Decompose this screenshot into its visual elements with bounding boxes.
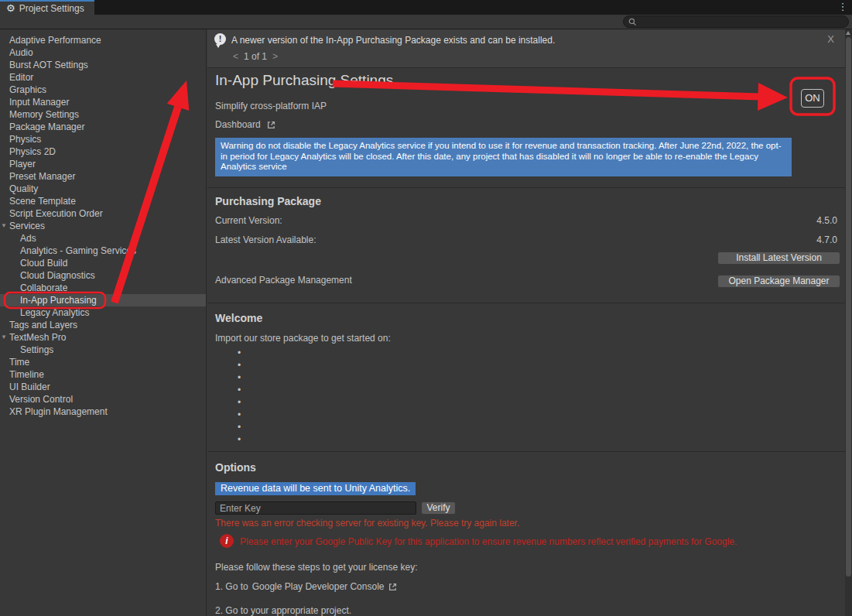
google-public-key-message: Please enter your Google Public Key for …: [240, 536, 828, 547]
sidebar-item-label: Physics 2D: [9, 146, 56, 157]
sidebar-item[interactable]: ▼ Memory Settings: [0, 108, 206, 121]
sidebar-item-label: Timeline: [9, 369, 44, 380]
sidebar-item[interactable]: ▼ Graphics: [0, 84, 206, 96]
sidebar-item[interactable]: ▼ Settings: [0, 344, 206, 356]
sidebar-item[interactable]: ▼ Audio: [0, 46, 206, 59]
sidebar-item-label: Quality: [9, 183, 38, 194]
sidebar-item-label: Editor: [9, 72, 33, 83]
close-icon[interactable]: X: [827, 33, 834, 45]
scrollbar-thumb[interactable]: [846, 37, 851, 577]
sidebar-item-label: Analytics - Gaming Services: [20, 245, 136, 256]
sidebar-item[interactable]: ▼ Player: [0, 158, 206, 170]
sidebar-item-label: In-App Purchasing: [20, 295, 97, 306]
foldout-chevron-icon[interactable]: ▼: [1, 331, 9, 344]
search-input[interactable]: [640, 17, 843, 26]
advanced-package-management-label: Advanced Package Management: [215, 275, 352, 286]
sidebar-item[interactable]: ▼ Input Manager: [0, 96, 206, 108]
sidebar-item[interactable]: ▼ Cloud Build: [0, 257, 206, 269]
sidebar-item-label: Tags and Layers: [9, 320, 77, 330]
sidebar-item-label: Input Manager: [9, 97, 69, 108]
store-list-item: [238, 421, 245, 433]
sidebar-item-label: XR Plugin Management: [9, 406, 108, 417]
dashboard-link[interactable]: Dashboard: [215, 119, 276, 130]
notification-message: A newer version of the In-App Purchasing…: [231, 35, 555, 46]
store-list: [238, 347, 245, 446]
sidebar-item[interactable]: ▼ Services: [0, 220, 206, 232]
sidebar-item[interactable]: ▼ Physics 2D: [0, 145, 206, 158]
sidebar-item-label: Player: [9, 159, 36, 169]
sidebar-item[interactable]: ▼ Ads: [0, 232, 206, 245]
scroll-up-arrow-icon[interactable]: [846, 31, 850, 35]
sidebar-item-label: Audio: [9, 47, 33, 58]
sidebar-item[interactable]: ▼ Adaptive Performance: [0, 34, 206, 46]
sidebar-item[interactable]: ▼ Analytics - Gaming Services: [0, 245, 206, 257]
tab-project-settings[interactable]: ⚙ Project Settings: [0, 0, 94, 15]
step1-prefix: 1. Go to: [215, 581, 248, 592]
foldout-chevron-icon[interactable]: ▼: [1, 220, 9, 232]
sidebar-item[interactable]: ▼ Preset Manager: [0, 170, 206, 183]
welcome-heading: Welcome: [215, 312, 262, 324]
sidebar-item[interactable]: ▼ Burst AOT Settings: [0, 59, 206, 71]
google-play-console-link[interactable]: Google Play Developer Console: [252, 581, 385, 592]
toolbar: [0, 15, 852, 29]
sidebar-item-label: UI Builder: [9, 382, 50, 392]
store-list-item: [238, 359, 245, 371]
sidebar-item[interactable]: ▼ Time: [0, 356, 206, 368]
sidebar-item-label: Cloud Build: [20, 258, 67, 269]
current-version-value: 4.5.0: [816, 215, 837, 226]
google-key-input[interactable]: [215, 501, 416, 515]
sidebar-item[interactable]: ▼ Cloud Diagnostics: [0, 269, 206, 282]
pager-next-icon[interactable]: >: [272, 51, 278, 62]
sidebar-item[interactable]: ▼ XR Plugin Management: [0, 406, 206, 418]
sidebar-item-label: Graphics: [9, 84, 46, 95]
sidebar-item[interactable]: ▼ Script Execution Order: [0, 207, 206, 220]
revenue-analytics-note: Revenue data will be sent to Unity Analy…: [215, 482, 416, 495]
sidebar-item[interactable]: ▼ Collaborate: [0, 282, 206, 294]
latest-version-label: Latest Version Available:: [215, 234, 317, 245]
options-heading: Options: [215, 461, 256, 474]
sidebar-item[interactable]: ▼ UI Builder: [0, 381, 206, 393]
sidebar-item[interactable]: ▼ Tags and Layers: [0, 319, 206, 331]
sidebar-item-label: Cloud Diagnostics: [20, 270, 95, 281]
sidebar-item[interactable]: ▼ Scene Template: [0, 195, 206, 207]
sidebar-item[interactable]: ▼ Package Manager: [0, 121, 206, 133]
sidebar-item[interactable]: ▼ TextMesh Pro: [0, 331, 206, 344]
sidebar-item-label: Version Control: [9, 394, 73, 405]
sidebar-item-label: Ads: [20, 233, 36, 244]
store-list-item: [238, 384, 245, 396]
sidebar-item[interactable]: ▼ In-App Purchasing: [0, 294, 206, 306]
search-icon: [628, 18, 637, 26]
store-list-item: [238, 371, 245, 384]
inapp-purchasing-panel: ! A newer version of the In-App Purchasi…: [207, 29, 845, 616]
sidebar-item[interactable]: ▼ Editor: [0, 71, 206, 84]
external-link-icon: [266, 120, 276, 130]
purchasing-package-heading: Purchasing Package: [215, 195, 321, 207]
sidebar-item[interactable]: ▼ Version Control: [0, 393, 206, 406]
verify-key-button[interactable]: Verify: [421, 501, 456, 515]
sidebar-item[interactable]: ▼ Physics: [0, 133, 206, 145]
sidebar-item-label: Memory Settings: [9, 109, 79, 120]
welcome-intro: Import our store package to get started …: [215, 333, 391, 344]
sidebar-item-label: Package Manager: [9, 121, 84, 132]
gear-icon: ⚙: [6, 3, 15, 13]
dashboard-link-label: Dashboard: [215, 119, 261, 130]
store-list-item: [238, 409, 245, 421]
section-divider: [207, 303, 845, 303]
open-package-manager-button[interactable]: Open Package Manager: [717, 275, 840, 288]
sidebar-item[interactable]: ▼ Legacy Analytics: [0, 306, 206, 319]
sidebar-item[interactable]: ▼ Timeline: [0, 368, 206, 381]
sidebar-item[interactable]: ▼ Quality: [0, 183, 206, 195]
title-bar: ⚙ Project Settings ⋮: [0, 0, 852, 15]
install-latest-version-button[interactable]: Install Latest Version: [717, 252, 840, 265]
project-settings-window: ⚙ Project Settings ⋮ ▼ Adaptive Performa…: [0, 0, 852, 616]
sidebar-item-label: Settings: [20, 344, 53, 355]
sidebar-item-label: TextMesh Pro: [9, 332, 66, 343]
service-on-toggle[interactable]: ON: [801, 89, 824, 108]
external-link-icon: [388, 582, 398, 592]
kebab-menu-icon[interactable]: ⋮: [837, 1, 849, 13]
sidebar-item-label: Scene Template: [9, 196, 76, 207]
pager-prev-icon[interactable]: <: [233, 51, 238, 62]
window-title: Project Settings: [19, 3, 84, 14]
search-box[interactable]: [623, 15, 849, 28]
store-list-item: [238, 347, 245, 359]
